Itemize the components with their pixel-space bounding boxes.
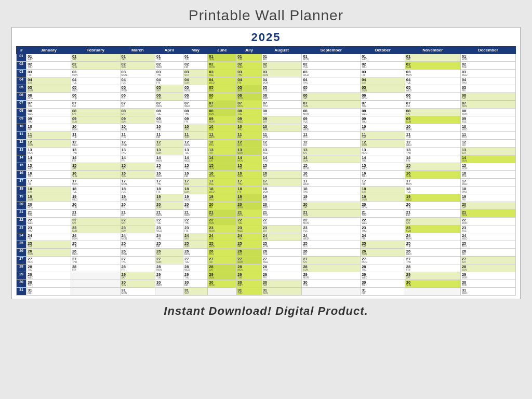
month-header-mar: March — [120, 47, 155, 54]
day-name: WED — [28, 277, 33, 280]
day-cell-may-18: 18SUN — [183, 187, 208, 194]
day-name: SAT — [184, 129, 189, 131]
day-name: FRI — [28, 129, 31, 131]
day-name: SUN — [122, 230, 127, 233]
day-name: SAT — [237, 144, 242, 147]
day-name: THU — [156, 183, 161, 186]
day-name: TUE — [406, 82, 411, 85]
day-name: FRI — [362, 129, 365, 131]
day-name: THU — [263, 215, 268, 217]
day-name: SUN — [156, 261, 162, 264]
day-cell-sep-16: 16TUE — [302, 171, 361, 179]
day-name: SAT — [462, 98, 466, 100]
day-cell-oct-23: 23THU — [361, 225, 405, 233]
day-name: WED — [72, 254, 78, 256]
day-cell-jun-27: 27FRI — [208, 257, 236, 264]
day-name: SUN — [156, 98, 162, 100]
day-cell-dec-27: 27SAT — [460, 257, 515, 264]
day-cell-nov-1: 01SAT — [405, 54, 460, 62]
day-cell-oct-1: 01WED — [361, 54, 405, 62]
row-day-number: 12 — [17, 140, 26, 148]
day-cell-jan-7: 07TUE — [26, 101, 71, 109]
day-cell-nov-21: 21FRI — [405, 210, 460, 218]
day-name: FRI — [237, 82, 241, 85]
day-cell-aug-25: 25MON — [261, 241, 302, 249]
day-name: SUN — [122, 121, 127, 124]
day-name: SAT — [209, 269, 213, 272]
day-cell-jan-6: 06MON — [26, 93, 71, 101]
day-name: WED — [28, 168, 33, 170]
day-cell-dec-26: 26FRI — [460, 249, 515, 257]
day-cell-sep-18: 18THU — [302, 187, 361, 194]
day-cell-nov-3: 03MON — [405, 70, 460, 77]
day-cell-jan-25: 25SAT — [26, 241, 71, 249]
day-name: WED — [263, 207, 269, 209]
day-name: FRI — [72, 160, 76, 163]
day-cell-jan-19: 19SUN — [26, 194, 71, 202]
day-name: TUE — [156, 222, 161, 225]
day-name: MON — [122, 74, 127, 77]
day-name: SAT — [184, 238, 189, 241]
day-name: SUN — [184, 82, 190, 85]
day-name: SUN — [122, 176, 127, 178]
day-name: TUE — [462, 285, 467, 287]
day-name: TUE — [122, 191, 126, 194]
day-cell-aug-28: 28THU — [261, 264, 302, 272]
day-cell-feb-11: 11TUE — [71, 132, 120, 140]
day-name: TUE — [209, 238, 214, 241]
day-cell-apr-15: 15TUE — [155, 163, 183, 171]
day-name: THU — [28, 66, 32, 69]
day-cell-jul-6: 06SUN — [236, 93, 261, 101]
day-name: THU — [237, 238, 242, 241]
day-cell-apr-2: 02WED — [155, 62, 183, 70]
day-name: THU — [362, 66, 366, 69]
day-name: TUE — [462, 176, 467, 178]
row-day-number: 31 — [17, 288, 26, 296]
day-cell-mar-22: 22SAT — [120, 218, 155, 225]
day-cell-may-3: 03SAT — [183, 70, 208, 77]
day-name: TUE — [406, 137, 411, 139]
day-cell-may-21: 21WED — [183, 210, 208, 218]
day-name: WED — [28, 59, 33, 61]
day-cell-sep-9: 09TUE — [302, 116, 361, 124]
day-name: WED — [122, 90, 127, 92]
day-cell-jul-26: 26SAT — [236, 249, 261, 257]
day-cell-sep-7: 07SUN — [302, 101, 361, 109]
day-name: TUE — [237, 277, 242, 280]
day-name: MON — [209, 176, 215, 178]
day-name: TUE — [303, 121, 308, 124]
table-row: 0707TUE07FRI07FRI07MON07WED07SAT07MON07T… — [17, 101, 516, 109]
day-cell-feb-18: 18TUE — [71, 187, 120, 194]
day-cell-dec-17: 17WED — [460, 179, 515, 187]
day-cell-jan-18: 18SAT — [26, 187, 71, 194]
day-cell-mar-17: 17MON — [120, 179, 155, 187]
day-name: SAT — [263, 285, 267, 287]
day-cell-mar-6: 06THU — [120, 93, 155, 101]
day-name: MON — [156, 269, 162, 272]
day-name: FRI — [209, 152, 212, 155]
day-cell-feb-28: 28FRI — [71, 264, 120, 272]
day-name: WED — [184, 105, 190, 108]
day-name: SUN — [462, 215, 467, 217]
day-name: TUE — [72, 246, 77, 248]
day-name: MON — [72, 74, 78, 77]
day-cell-aug-3: 03SUN — [261, 70, 302, 77]
day-name: FRI — [122, 160, 125, 163]
day-cell-sep-1: 01MON — [302, 54, 361, 62]
day-name: SUN — [303, 160, 308, 163]
day-cell-feb-7: 07FRI — [71, 101, 120, 109]
day-cell-jul-19: 19SAT — [236, 194, 261, 202]
day-cell-jun-23: 23MON — [208, 225, 236, 233]
day-cell-nov-4: 04TUE — [405, 77, 460, 85]
day-cell-feb-24: 24MON — [71, 233, 120, 241]
day-cell-jan-30: 30THU — [26, 280, 71, 288]
day-cell-sep-30: 30TUE — [302, 280, 361, 288]
day-name: FRI — [156, 137, 160, 139]
day-cell-may-17: 17SAT — [183, 179, 208, 187]
day-name: FRI — [184, 285, 188, 287]
day-cell-feb-22: 22SAT — [71, 218, 120, 225]
day-name: FRI — [263, 113, 267, 116]
day-cell-nov-30: 30SUN — [405, 280, 460, 288]
day-cell-mar-25: 25TUE — [120, 241, 155, 249]
day-name: MON — [462, 168, 468, 170]
